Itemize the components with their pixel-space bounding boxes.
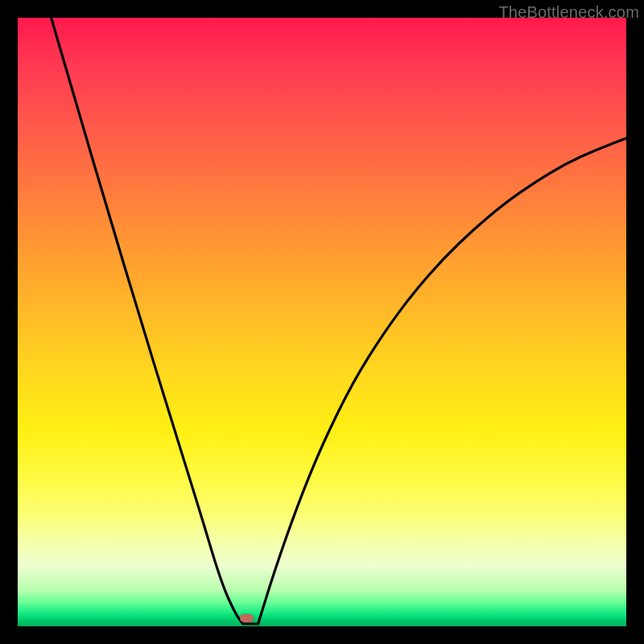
chart-plot-area [18, 18, 626, 626]
bottleneck-curve [18, 18, 626, 626]
optimum-marker [240, 614, 254, 622]
watermark-text: TheBottleneck.com [498, 3, 639, 22]
chart-frame: TheBottleneck.com [0, 0, 644, 644]
